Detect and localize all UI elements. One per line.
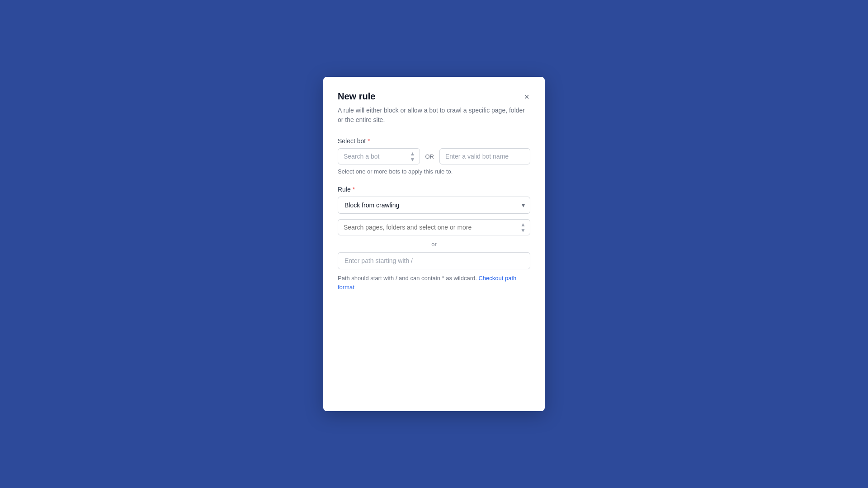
custom-bot-input[interactable] [439, 148, 530, 164]
select-bot-label: Select bot * [338, 137, 530, 145]
path-helper-text: Path should start with / and can contain… [338, 274, 530, 291]
rule-dropdown-wrapper: Block from crawling Allow from crawling … [338, 197, 530, 214]
modal-overlay: New rule × A rule will either block or a… [0, 0, 868, 488]
modal-title: New rule [338, 91, 375, 102]
bot-row: Search a bot ▲ ▼ OR [338, 148, 530, 164]
pages-search-input[interactable] [338, 219, 530, 235]
modal-description: A rule will either block or allow a bot … [338, 106, 530, 125]
custom-bot-wrapper [439, 148, 530, 164]
rule-label: Rule * [338, 186, 530, 193]
rule-section: Rule * Block from crawling Allow from cr… [338, 186, 530, 291]
or-separator: OR [425, 153, 434, 160]
modal-header: New rule × [338, 91, 530, 102]
select-bot-dropdown[interactable]: Search a bot [338, 148, 420, 164]
or-divider: or [338, 241, 530, 248]
required-star: * [368, 137, 370, 145]
new-rule-modal: New rule × A rule will either block or a… [323, 77, 545, 411]
close-button[interactable]: × [523, 91, 530, 102]
rule-dropdown[interactable]: Block from crawling Allow from crawling [338, 197, 530, 214]
rule-required-star: * [353, 186, 355, 193]
select-bot-wrapper: Search a bot ▲ ▼ [338, 148, 420, 164]
bot-helper-text: Select one or more bots to apply this ru… [338, 168, 530, 175]
pages-search-wrapper: ▲ ▼ [338, 219, 530, 235]
path-input[interactable] [338, 252, 530, 269]
